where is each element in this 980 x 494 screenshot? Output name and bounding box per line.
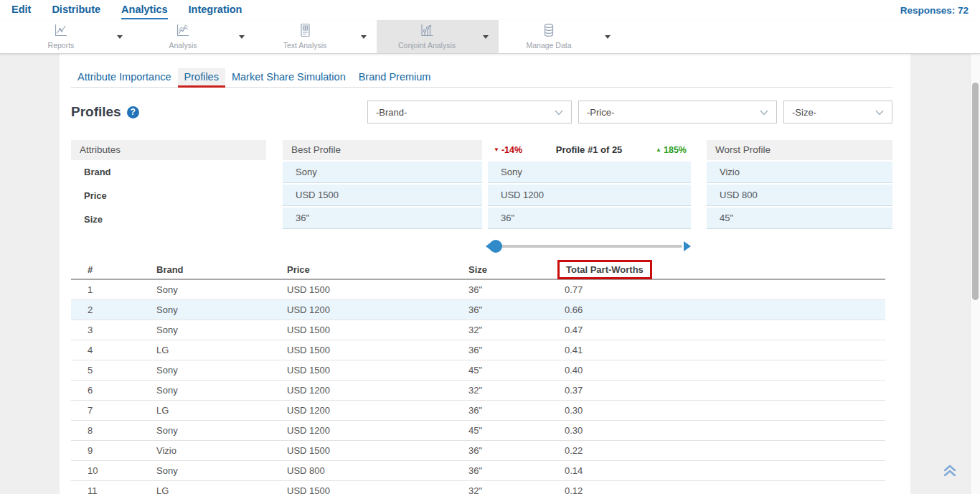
table-row[interactable]: 1SonyUSD 150036"0.77	[71, 280, 885, 300]
tab-brand-premium[interactable]: Brand Premium	[352, 68, 438, 87]
delta-down-value: -14%	[501, 140, 522, 160]
chevron-down-icon	[875, 107, 884, 118]
table-cell: 10	[88, 465, 156, 476]
header-cell-: #	[88, 264, 156, 275]
slider-track[interactable]	[494, 245, 682, 248]
triangle-down-icon: ▼	[494, 140, 499, 160]
table-row[interactable]: 6SonyUSD 120032"0.37	[71, 381, 885, 401]
caret-down-icon[interactable]	[483, 35, 489, 39]
table-cell: USD 1200	[287, 405, 468, 416]
header-cell-size: Size	[468, 264, 565, 275]
tab-profiles[interactable]: Profiles	[178, 68, 225, 87]
table-cell: Sony	[156, 425, 287, 436]
nav-item-analytics[interactable]: Analytics	[121, 1, 167, 19]
table-cell: 36"	[468, 405, 565, 416]
table-cell: 0.30	[565, 425, 885, 436]
table-cell: USD 1500	[287, 445, 468, 456]
conjoint-subnav: Attribute ImportanceProfilesMarket Share…	[71, 68, 892, 88]
table-cell: 36"	[468, 284, 565, 295]
table-cell: 45"	[468, 365, 565, 376]
slider-handle[interactable]	[489, 240, 502, 253]
table-cell: 0.30	[565, 405, 885, 416]
delta-up-value: 185%	[664, 140, 687, 160]
table-cell: USD 800	[287, 465, 468, 476]
toolbar-label-conjoint-analysis: Conjoint Analysis	[377, 41, 477, 50]
profile-value-cell: 45"	[707, 208, 892, 229]
caret-down-icon[interactable]	[239, 35, 245, 39]
table-cell: 0.40	[565, 365, 885, 376]
table-row[interactable]: 10SonyUSD 80036"0.14	[71, 461, 885, 481]
scroll-to-top-button[interactable]	[943, 464, 957, 480]
table-row[interactable]: 9VizioUSD 150036"0.22	[71, 441, 885, 461]
table-row[interactable]: 5SonyUSD 150045"0.40	[71, 360, 885, 381]
caret-down-icon[interactable]	[117, 35, 123, 39]
table-cell: USD 1500	[287, 485, 468, 494]
profile-value-cell: USD 800	[707, 185, 892, 206]
tab-market-share-simulation[interactable]: Market Share Simulation	[225, 68, 352, 87]
table-cell: 0.77	[565, 284, 885, 295]
table-cell: USD 1500	[287, 345, 468, 355]
table-row[interactable]: 7LGUSD 120036"0.30	[71, 401, 885, 421]
dropdown-value: -Size-	[792, 107, 816, 118]
profile-value-cell: USD 1500	[283, 185, 482, 206]
table-cell: 6	[88, 385, 156, 396]
table-cell: 0.37	[565, 385, 885, 396]
slider-next-arrow-icon[interactable]	[684, 241, 691, 251]
nav-item-edit[interactable]: Edit	[11, 1, 31, 19]
attribute-label-size: Size	[71, 209, 266, 230]
top-nav-items: EditDistributeAnalyticsIntegration	[11, 1, 242, 19]
table-cell: USD 1200	[287, 425, 468, 436]
nav-item-distribute[interactable]: Distribute	[52, 1, 100, 19]
table-cell: 1	[88, 284, 156, 295]
table-row[interactable]: 2SonyUSD 120036"0.66	[71, 300, 885, 320]
dropdown-size[interactable]: -Size-	[783, 101, 892, 124]
table-cell: USD 1500	[287, 284, 468, 295]
caret-down-icon[interactable]	[605, 35, 611, 39]
table-cell: 5	[88, 365, 156, 376]
scrollbar-thumb[interactable]	[972, 83, 979, 300]
header-cell-brand: Brand	[156, 264, 287, 275]
table-cell: LG	[156, 345, 287, 355]
table-cell: 8	[88, 425, 156, 436]
toolbar-reports[interactable]: Reports	[11, 20, 133, 53]
toolbar-analysis[interactable]: Analysis	[133, 20, 255, 53]
table-cell: LG	[156, 485, 287, 494]
table-cell: 0.12	[565, 485, 885, 494]
scrollbar-track[interactable]	[970, 54, 980, 494]
table-cell: 45"	[468, 425, 565, 436]
text-report-icon	[296, 29, 314, 41]
responses-count[interactable]: Responses: 72	[900, 5, 969, 16]
table-cell: 36"	[468, 345, 565, 355]
profile-value-cell: Vizio	[707, 162, 892, 183]
dropdown-brand[interactable]: -Brand-	[367, 101, 572, 124]
total-part-worths-highlight-box: Total Part-Worths	[557, 260, 652, 279]
tab-attribute-importance[interactable]: Attribute Importance	[71, 68, 178, 87]
toolbar-manage-data[interactable]: Manage Data	[499, 20, 621, 53]
table-cell: 0.47	[565, 325, 885, 335]
profile-comparison: AttributesBrandPriceSizeBest ProfileSony…	[71, 140, 892, 233]
header-label: Total Part-Worths	[566, 264, 644, 275]
table-cell: 0.41	[565, 345, 885, 355]
toolbar-conjoint-analysis[interactable]: Conjoint Analysis	[377, 20, 499, 53]
table-row[interactable]: 8SonyUSD 120045"0.30	[71, 421, 885, 441]
table-cell: Sony	[156, 284, 287, 295]
scatter-chart-icon	[418, 29, 435, 41]
analytics-toolbar: ReportsAnalysisText AnalysisConjoint Ana…	[0, 20, 980, 54]
dropdown-price[interactable]: -Price-	[578, 101, 777, 124]
table-cell: USD 1500	[287, 325, 468, 335]
table-row[interactable]: 3SonyUSD 150032"0.47	[71, 320, 885, 340]
dropdown-value: -Price-	[587, 107, 614, 118]
table-cell: 4	[88, 345, 156, 355]
help-icon[interactable]: ?	[127, 106, 139, 118]
table-cell: Sony	[156, 385, 287, 396]
table-cell: Sony	[156, 325, 287, 335]
part-worths-table: #BrandPriceSizeTotal Part-Worths1SonyUSD…	[71, 260, 885, 494]
nav-item-integration[interactable]: Integration	[189, 1, 242, 19]
toolbar-text-analysis[interactable]: Text Analysis	[255, 20, 377, 53]
table-cell: 32"	[468, 325, 565, 335]
attributes-column: AttributesBrandPriceSize	[71, 140, 266, 233]
caret-down-icon[interactable]	[361, 35, 367, 39]
page-body: Attribute ImportanceProfilesMarket Share…	[0, 54, 980, 494]
table-row[interactable]: 4LGUSD 150036"0.41	[71, 340, 885, 360]
table-row[interactable]: 11LGUSD 150032"0.12	[71, 481, 885, 494]
